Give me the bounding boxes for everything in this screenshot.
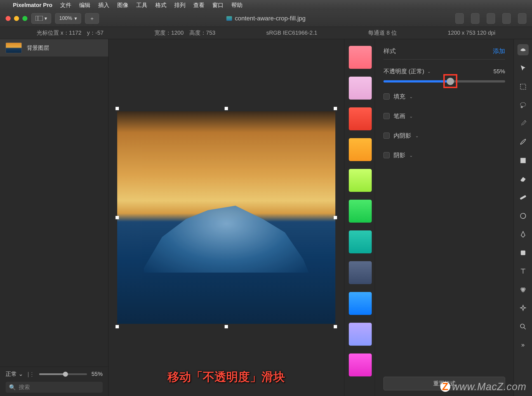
color-adjust-tool-icon[interactable] [517,284,529,295]
warp-tool-icon[interactable] [517,210,529,221]
layers-panel: 背景图层 正常 ⌄ |⋮ 55% 🔍 搜索 [0,39,109,396]
document-icon [226,16,232,21]
layer-item[interactable]: 背景图层 [0,39,108,56]
tutorial-caption: 移动「不透明度」滑块 [168,369,285,385]
menu-file[interactable]: 文件 [60,1,71,9]
share-button[interactable] [502,13,511,24]
svg-point-18 [520,324,524,328]
heal-tool-icon[interactable] [517,192,529,203]
svg-rect-0 [36,16,43,21]
fill-checkbox[interactable] [383,93,390,100]
resize-handle[interactable] [116,107,119,110]
menu-insert[interactable]: 插入 [98,1,109,9]
add-style-button[interactable]: 添加 [493,47,505,55]
more-tools-icon[interactable]: » [517,340,529,351]
resize-handle[interactable] [116,325,119,328]
shadow-checkbox[interactable] [383,152,390,158]
stroke-label[interactable]: 笔画 [394,112,405,120]
style-preset-swatch[interactable] [349,138,372,161]
style-header: 样式 [383,47,396,55]
resize-handle[interactable] [116,216,119,219]
selection-box[interactable] [117,109,335,327]
color-picker-button[interactable] [455,13,464,24]
pen-tool-icon[interactable] [517,229,529,240]
eyedropper-tool-icon[interactable] [517,118,529,129]
svg-rect-14 [521,251,525,255]
style-preset-swatch[interactable] [349,230,372,253]
blend-mode-dropdown[interactable]: 正常 ⌄ [6,370,23,378]
image-size: 宽度：1200 高度：753 [154,29,215,37]
app-toolbar: ▾ 100%▾ ＋ content-aware-crop-fill.jpg [0,10,532,27]
style-preset-swatch[interactable] [349,200,372,223]
resize-handle[interactable] [225,107,228,110]
style-preset-swatch[interactable] [349,323,372,346]
opacity-slider[interactable] [383,80,505,82]
menu-view[interactable]: 查看 [193,1,204,9]
close-button[interactable] [6,16,11,21]
zoom-tool-icon[interactable] [517,321,529,332]
inner-shadow-checkbox[interactable] [383,133,390,139]
marquee-tool-icon[interactable] [517,81,529,92]
menu-window[interactable]: 窗口 [212,1,223,9]
shape-tool-icon[interactable] [517,247,529,258]
system-menubar: Pixelmator Pro 文件 编辑 插入 图像 工具 格式 排列 查看 窗… [0,0,532,10]
image-content [117,111,335,324]
opacity-link-icon[interactable]: |⋮ [28,371,35,378]
menu-arrange[interactable]: 排列 [174,1,185,9]
layer-thumbnail [6,43,22,53]
style-preset-swatch[interactable] [349,77,372,100]
dimensions-dpi: 1200 x 753 120 dpi [448,30,495,36]
stroke-checkbox[interactable] [383,113,390,119]
highlight-box [443,74,457,88]
styles-tool-icon[interactable] [517,44,529,55]
eraser-tool-icon[interactable] [517,173,529,185]
svg-rect-12 [520,195,526,200]
svg-point-9 [520,103,526,107]
shadow-label[interactable]: 阴影 [394,151,405,159]
style-panel: 样式 添加 不透明度 (正常)⌄ 55% 填充⌄ 笔画⌄ 内阴影⌄ 阴影⌄ 重置… [375,39,514,396]
style-preset-swatch[interactable] [349,46,372,69]
arrow-tool-icon[interactable] [517,63,529,74]
add-button[interactable]: ＋ [85,13,99,24]
bit-depth: 每通道 8 位 [368,29,397,37]
opacity-label[interactable]: 不透明度 (正常) [383,67,424,75]
export-button[interactable] [487,13,495,24]
svg-point-10 [521,107,522,108]
fill-label[interactable]: 填充 [394,93,405,100]
menu-image[interactable]: 图像 [117,1,128,9]
lasso-tool-icon[interactable] [517,100,529,111]
style-preset-swatch[interactable] [349,107,372,130]
tool-strip: » [514,39,532,396]
minimize-button[interactable] [14,16,19,21]
zoom-dropdown[interactable]: 100%▾ [55,13,81,24]
text-tool-icon[interactable] [517,266,529,277]
info-bar: 光标位置 x：1172 y：-57 宽度：1200 高度：753 sRGB IE… [0,27,532,39]
resize-handle[interactable] [334,216,337,219]
sidebar-toggle-button[interactable]: ▾ [31,13,51,24]
style-preset-swatch[interactable] [349,261,372,284]
app-name[interactable]: Pixelmator Pro [13,2,52,8]
gradient-tool-icon[interactable] [517,155,529,166]
menu-tools[interactable]: 工具 [136,1,147,9]
style-preset-swatch[interactable] [349,292,372,315]
resize-handle[interactable] [334,325,337,328]
resize-handle[interactable] [225,325,228,328]
inner-shadow-label[interactable]: 内阴影 [394,132,411,140]
brush-tool-icon[interactable] [517,136,529,148]
layer-search[interactable]: 🔍 搜索 [6,382,103,393]
menu-format[interactable]: 格式 [155,1,166,9]
resize-handle[interactable] [334,107,337,110]
maximize-button[interactable] [22,16,27,21]
canvas[interactable]: 移动「不透明度」滑块 [109,39,344,396]
zoom-value: 100% [59,15,72,21]
style-preset-swatch[interactable] [349,353,372,376]
menu-help[interactable]: 帮助 [231,1,243,9]
effects-tool-icon[interactable] [517,303,529,314]
menu-edit[interactable]: 编辑 [79,1,90,9]
layer-opacity-slider[interactable] [39,373,87,375]
crop-button[interactable] [471,13,479,24]
style-preset-swatch[interactable] [349,169,372,192]
settings-button[interactable] [518,13,526,24]
layer-name: 背景图层 [27,44,49,52]
window-controls [6,16,27,21]
